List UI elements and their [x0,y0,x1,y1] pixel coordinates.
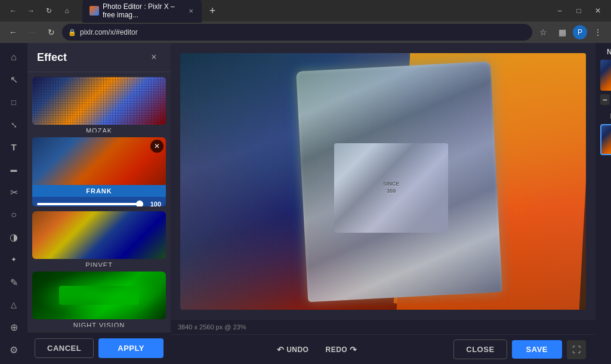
undo-button[interactable]: ↶ UNDO [271,341,315,358]
url-text: pixlr.com/x/#editor [80,28,138,36]
tool-pencil[interactable]: ✎ [3,272,24,293]
lock-icon: 🔒 [68,29,76,36]
effect-panel-header: Effect × [27,43,171,72]
canvas-wrapper[interactable]: SINCE359 [171,43,595,320]
browser-titlebar: ← → ↻ ⌂ Photo Editor : Pixlr X – free im… [0,0,611,21]
effect-panel-title: Effect [37,51,67,64]
nav-back-button[interactable]: ← [5,24,21,41]
zoom-control: – 23% + [600,94,611,105]
tab-close-button[interactable]: ✕ [187,6,195,16]
close-window-button[interactable]: ✕ [590,2,606,19]
thumb-mozak-bg [32,77,166,125]
zoom-minus-button[interactable]: – [600,94,610,105]
frank-slider-row: 100 [32,197,166,206]
layer-thumbnail[interactable]: ⋯ ✓ [600,124,611,155]
redo-arrow-icon: ↷ [350,345,357,354]
canvas-status-bar: 3840 x 2560 px @ 23% [171,320,595,334]
tool-brush[interactable]: ▬ [3,159,24,181]
undo-label: UNDO [286,346,308,354]
frank-slider-value: 100 [147,200,161,206]
effect-name-night-vision: NIGHT VISION [32,319,166,327]
frank-label-bar: FRANK [32,185,166,197]
browser-tab-bar: Photo Editor : Pixlr X – free imag... ✕ … [82,0,221,23]
bottom-right-actions: CLOSE SAVE ⛶ [453,340,586,359]
tool-transform[interactable]: ⤡ [3,114,24,135]
effect-panel: Effect × MOZAK ✕ [27,43,171,364]
bottom-center-actions: ↶ UNDO REDO ↷ [271,341,363,358]
maximize-button[interactable]: □ [570,2,587,19]
effect-thumbnail-frank: ✕ [32,137,166,185]
cancel-button[interactable]: CANCEL [35,338,94,358]
frank-slider-thumb[interactable] [136,200,143,206]
save-button[interactable]: SAVE [512,340,562,359]
tool-draw[interactable]: ○ [3,204,24,226]
effect-name-pinvet: PINVET [32,259,166,267]
right-sidebar: Navigate – 23% + Layers ⋯ ✓ [595,43,611,364]
layers-label: Layers [600,112,611,121]
effect-item-mozak[interactable]: MOZAK [32,77,166,132]
effect-item-night-vision[interactable]: NIGHT VISION [32,272,166,327]
tool-crop[interactable]: □ [3,91,24,113]
tool-settings[interactable]: ⚙ [3,339,24,360]
effect-item-pinvet[interactable]: PINVET [32,211,166,267]
apply-button[interactable]: APPLY [98,338,163,358]
main-canvas: SINCE359 [180,53,586,310]
forward-button[interactable]: → [23,2,39,19]
tool-type[interactable]: T [3,137,24,158]
redo-label: REDO [325,346,347,354]
tool-cut[interactable]: ✂ [3,181,24,203]
effect-name-mozak: MOZAK [32,125,166,132]
nav-forward-button[interactable]: → [24,24,41,41]
effect-thumbnail-night-vision [32,272,166,319]
tool-shape[interactable]: △ [3,294,24,316]
frank-remove-badge[interactable]: ✕ [150,140,163,153]
effect-panel-close-button[interactable]: × [147,50,161,64]
canvas-info-text: 3840 x 2560 px @ 23% [178,323,246,331]
tool-heal[interactable]: ✦ [3,249,24,270]
menu-button[interactable]: ⋮ [590,24,606,41]
bookmark-button[interactable]: ☆ [535,24,551,41]
browser-navbar: ← → ↻ 🔒 pixlr.com/x/#editor ☆ ▦ P ⋮ [0,21,611,43]
minimize-button[interactable]: – [551,2,568,19]
extensions-button[interactable]: ▦ [554,24,570,41]
profile-button[interactable]: P [573,25,587,39]
new-tab-button[interactable]: + [204,2,221,19]
frank-label: FRANK [86,187,112,195]
seatbelt-detail-inner: SINCE359 [334,143,448,233]
close-button[interactable]: CLOSE [453,340,507,359]
back-button[interactable]: ← [5,2,21,19]
tool-contrast[interactable]: ◑ [3,227,24,248]
effect-panel-bottom: CANCEL APPLY [27,332,171,364]
frank-slider[interactable] [37,203,143,205]
tool-globe[interactable]: ⊕ [3,317,24,338]
tool-home[interactable]: ⌂ [3,47,24,68]
canvas-bottom-bar: ↶ UNDO REDO ↷ CLOSE SAVE ⛶ [171,334,595,364]
nav-extras: ☆ ▦ P ⋮ [535,24,606,41]
home-button[interactable]: ⌂ [58,2,75,19]
navigate-thumbnail[interactable] [600,60,611,91]
tool-select[interactable]: ↖ [3,69,24,91]
browser-window-controls: ← → ↻ ⌂ [5,2,75,19]
address-bar[interactable]: 🔒 pixlr.com/x/#editor [62,24,532,41]
tab-label: Photo Editor : Pixlr X – free imag... [103,2,184,19]
redo-button[interactable]: REDO ↷ [319,341,363,358]
navigate-label: Navigate [600,48,611,56]
effect-list: MOZAK ✕ FRANK 100 [27,72,171,332]
tab-favicon [90,6,99,16]
frank-slider-fill [37,203,143,205]
nav-reload-button[interactable]: ↻ [43,24,60,41]
undo-arrow-icon: ↶ [277,345,285,354]
reload-button[interactable]: ↻ [41,2,57,19]
effect-item-frank[interactable]: ✕ FRANK 100 [32,137,166,206]
app-layout: ⌂ ↖ □ ⤡ T ▬ ✂ ○ ◑ ✦ ✎ △ ⊕ ⚙ Effect × [0,43,611,364]
effect-thumbnail-mozak [32,77,166,125]
effect-thumbnail-pinvet [32,211,166,259]
active-tab[interactable]: Photo Editor : Pixlr X – free imag... ✕ [82,0,202,23]
browser-chrome: ← → ↻ ⌂ Photo Editor : Pixlr X – free im… [0,0,611,43]
expand-button[interactable]: ⛶ [567,340,586,359]
canvas-area: SINCE359 3840 x 2560 px @ 23% ↶ UNDO RED… [171,43,595,364]
tools-sidebar: ⌂ ↖ □ ⤡ T ▬ ✂ ○ ◑ ✦ ✎ △ ⊕ ⚙ [0,43,27,364]
